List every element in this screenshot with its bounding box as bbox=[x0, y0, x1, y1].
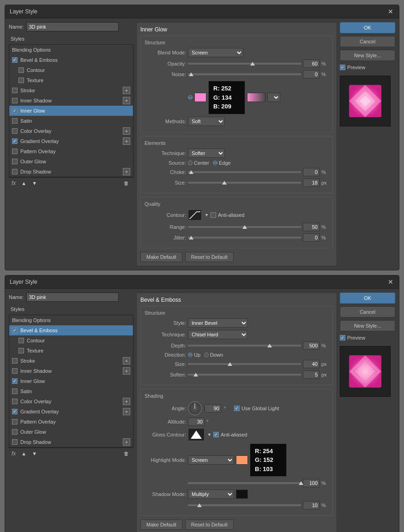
pattern-overlay-checkbox-1[interactable] bbox=[12, 149, 18, 154]
highlight-mode-select-2[interactable]: Screen bbox=[188, 455, 234, 465]
highlight-opacity-input-2[interactable] bbox=[303, 479, 320, 487]
style-contour-1[interactable]: Contour bbox=[9, 65, 133, 75]
name-input-2[interactable] bbox=[26, 293, 119, 302]
gradient-overlay-checkbox-1[interactable]: ✓ bbox=[12, 138, 18, 144]
jitter-input-1[interactable] bbox=[303, 233, 320, 242]
color-overlay-plus-2[interactable]: + bbox=[123, 398, 130, 405]
move-down-btn-1[interactable]: ▼ bbox=[30, 179, 39, 187]
range-input-1[interactable] bbox=[303, 223, 320, 231]
delete-btn-2[interactable]: 🗑 bbox=[122, 450, 131, 457]
style-bevel-1[interactable]: ✓ Bevel & Emboss bbox=[9, 55, 133, 65]
style-stroke-2[interactable]: Stroke + bbox=[9, 356, 133, 366]
soften-input-2[interactable] bbox=[303, 371, 320, 379]
opacity-input-1[interactable] bbox=[303, 60, 320, 68]
delete-btn-1[interactable]: 🗑 bbox=[122, 179, 131, 187]
source-edge-1[interactable]: Edge bbox=[213, 160, 231, 166]
gradient-overlay-plus-2[interactable]: + bbox=[123, 408, 130, 415]
inner-glow-checkbox-1[interactable]: ✓ bbox=[12, 108, 18, 114]
center-radio-1[interactable] bbox=[188, 161, 193, 165]
up-radio-2[interactable] bbox=[188, 353, 193, 357]
altitude-input-2[interactable] bbox=[188, 418, 205, 426]
edge-radio-1[interactable] bbox=[213, 161, 217, 165]
color-swatch-1[interactable] bbox=[194, 93, 206, 102]
highlight-opacity-slider-2[interactable] bbox=[188, 482, 301, 484]
ok-button-2[interactable]: OK bbox=[340, 293, 395, 304]
contour-checkbox-2[interactable] bbox=[18, 338, 24, 343]
name-input-1[interactable] bbox=[26, 22, 119, 31]
style-satin-1[interactable]: Satin bbox=[9, 116, 133, 126]
soften-slider-2[interactable] bbox=[188, 374, 301, 376]
global-light-check-2[interactable]: ✓ Use Global Light bbox=[234, 406, 279, 411]
preview-checkbox-2[interactable]: ✓ bbox=[340, 335, 345, 341]
close-button-2[interactable]: ✕ bbox=[387, 278, 394, 286]
texture-checkbox-1[interactable] bbox=[18, 78, 24, 83]
technique-select-2[interactable]: Chisel Hard bbox=[188, 330, 248, 339]
contour-thumb-1[interactable] bbox=[188, 209, 202, 221]
preview-checkbox-1[interactable]: ✓ bbox=[340, 65, 345, 70]
style-pattern-overlay-2[interactable]: Pattern Overlay bbox=[9, 417, 133, 427]
jitter-slider-1[interactable] bbox=[188, 237, 301, 239]
style-drop-shadow-1[interactable]: Drop Shadow + bbox=[9, 167, 133, 177]
gradient-swatch-1[interactable] bbox=[247, 93, 265, 102]
satin-checkbox-1[interactable] bbox=[12, 118, 18, 124]
style-inner-shadow-1[interactable]: Inner Shadow + bbox=[9, 96, 133, 106]
gloss-dropdown-2[interactable]: ▼ bbox=[207, 432, 211, 437]
opacity-slider-1[interactable] bbox=[188, 63, 301, 65]
outer-glow-checkbox-2[interactable] bbox=[12, 429, 18, 435]
style-pattern-overlay-1[interactable]: Pattern Overlay bbox=[9, 146, 133, 156]
style-bevel-2[interactable]: ✓ Bevel & Emboss bbox=[9, 325, 133, 335]
technique-select-1[interactable]: Softer bbox=[188, 149, 225, 158]
size-input-2[interactable] bbox=[303, 360, 320, 368]
color-radio-1[interactable] bbox=[188, 95, 193, 100]
source-center-1[interactable]: Center bbox=[188, 160, 209, 166]
style-outer-glow-1[interactable]: Outer Glow bbox=[9, 156, 133, 167]
color-overlay-checkbox-2[interactable] bbox=[12, 399, 18, 404]
cancel-button-1[interactable]: Cancel bbox=[340, 36, 395, 47]
satin-checkbox-2[interactable] bbox=[12, 389, 18, 394]
gloss-contour-thumb-2[interactable] bbox=[188, 428, 205, 441]
outer-glow-checkbox-1[interactable] bbox=[12, 159, 18, 164]
make-default-btn-2[interactable]: Make Default bbox=[140, 520, 182, 530]
down-radio-2[interactable] bbox=[204, 353, 209, 357]
anti-aliased-check-1[interactable]: Anti-aliased bbox=[211, 212, 244, 218]
style-outer-glow-2[interactable]: Outer Glow bbox=[9, 427, 133, 437]
color-overlay-checkbox-1[interactable] bbox=[12, 128, 18, 134]
bevel-checkbox-1[interactable]: ✓ bbox=[12, 57, 18, 63]
global-light-box-2[interactable]: ✓ bbox=[234, 406, 240, 411]
close-button-1[interactable]: ✕ bbox=[387, 8, 394, 15]
cancel-button-2[interactable]: Cancel bbox=[340, 306, 395, 317]
drop-shadow-plus-1[interactable]: + bbox=[123, 168, 130, 175]
inner-shadow-plus-2[interactable]: + bbox=[123, 367, 130, 375]
shadow-mode-select-2[interactable]: Multiply bbox=[188, 490, 234, 499]
style-satin-2[interactable]: Satin bbox=[9, 386, 133, 396]
pattern-overlay-checkbox-2[interactable] bbox=[12, 419, 18, 424]
size-slider-2[interactable] bbox=[188, 363, 301, 365]
texture-checkbox-2[interactable] bbox=[18, 348, 24, 353]
style-inner-shadow-2[interactable]: Inner Shadow + bbox=[9, 366, 133, 376]
drop-shadow-plus-2[interactable]: + bbox=[123, 438, 130, 446]
dir-up-2[interactable]: Up bbox=[188, 352, 200, 358]
style-color-overlay-2[interactable]: Color Overlay + bbox=[9, 396, 133, 406]
shadow-opacity-input-2[interactable] bbox=[303, 501, 320, 509]
size-input-1[interactable] bbox=[303, 179, 320, 187]
move-down-btn-2[interactable]: ▼ bbox=[30, 450, 39, 457]
stroke-plus-1[interactable]: + bbox=[123, 87, 130, 94]
choke-slider-1[interactable] bbox=[188, 171, 301, 173]
size-slider-1[interactable] bbox=[188, 182, 301, 184]
shadow-color-swatch-2[interactable] bbox=[236, 490, 248, 499]
gradient-overlay-plus-1[interactable]: + bbox=[123, 137, 130, 145]
inner-glow-checkbox-2[interactable]: ✓ bbox=[12, 378, 18, 384]
blend-mode-select-1[interactable]: Screen bbox=[188, 48, 243, 57]
style-gradient-overlay-1[interactable]: ✓ Gradient Overlay + bbox=[9, 136, 133, 146]
style-select-2[interactable]: Inner Bevel bbox=[188, 318, 248, 328]
contour-dropdown-1[interactable]: ▼ bbox=[205, 213, 209, 217]
method-select-1[interactable]: Soft bbox=[188, 117, 225, 126]
style-drop-shadow-2[interactable]: Drop Shadow + bbox=[9, 437, 133, 447]
inner-shadow-plus-1[interactable]: + bbox=[123, 97, 130, 104]
preview-check-2[interactable]: ✓ Preview bbox=[340, 334, 395, 341]
style-blending-options-1[interactable]: Blending Options bbox=[9, 45, 133, 55]
stroke-checkbox-1[interactable] bbox=[12, 88, 18, 93]
gradient-type-select-1[interactable] bbox=[267, 93, 280, 102]
dir-down-2[interactable]: Down bbox=[204, 352, 223, 358]
anti-aliased-box-2[interactable]: ✓ bbox=[213, 432, 219, 437]
